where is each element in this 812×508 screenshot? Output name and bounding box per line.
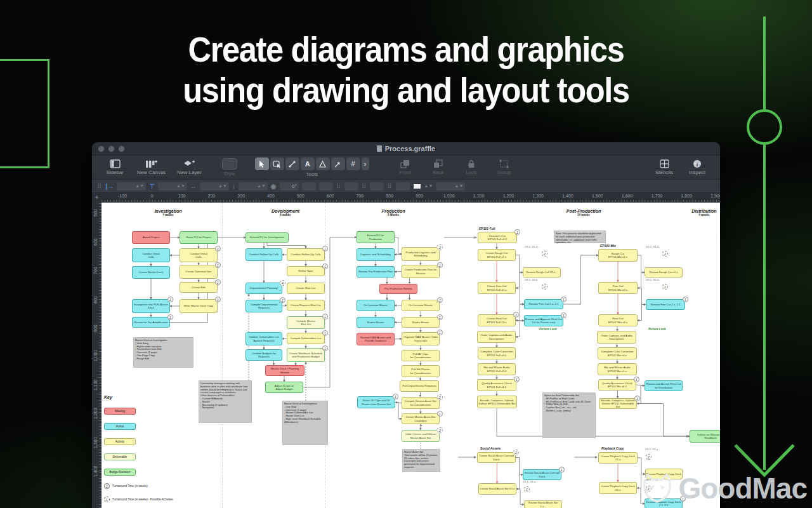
flow-node-action[interactable]: Review and Approve Final Cut 3.0 for Pic… bbox=[524, 315, 563, 326]
flow-node-action[interactable]: Review Fine Cut 2.x, 2.11 bbox=[646, 299, 685, 310]
flow-node-activity[interactable]: Order Captions and Audio Descriptions bbox=[597, 331, 636, 344]
flow-node-action[interactable]: Review Fine Cut 2.x, 2.11 bbox=[524, 299, 563, 309]
height-field[interactable]: ▲▼ bbox=[239, 182, 268, 190]
flow-node-activity[interactable]: Review Social Asset Set 1.x... bbox=[524, 500, 562, 508]
flow-node-meeting[interactable]: Award Project bbox=[132, 231, 170, 244]
flow-node-meeting[interactable]: Pre-Production Review bbox=[379, 284, 417, 294]
flow-node-activity[interactable]: Create Overview Doc1 bbox=[180, 265, 218, 279]
arrow-tool-button[interactable] bbox=[331, 157, 345, 170]
front-button[interactable]: Front bbox=[395, 159, 416, 175]
flow-node-activity[interactable]: Pull Hi5 Photos for Consideration bbox=[402, 365, 440, 377]
flow-node-activity[interactable]: Review Rough Cut v1.x bbox=[645, 267, 683, 277]
stepper-icon[interactable]: ▲▼ bbox=[218, 184, 227, 188]
flow-node-activity[interactable]: Create Social Asset Concept Deck2 bbox=[477, 452, 516, 463]
style-button[interactable]: Style bbox=[219, 158, 240, 177]
flow-node-activity[interactable]: Pull AV Clips for Consideration bbox=[402, 350, 440, 361]
opacity-field[interactable]: ▲▼ bbox=[436, 182, 465, 190]
flow-node-note[interactable]: Master Asset Set Total assets will be 20… bbox=[402, 449, 440, 472]
flow-node-activity[interactable]: Studio Shoots1 bbox=[402, 317, 440, 328]
y-position-field[interactable]: ▲▼ bbox=[158, 182, 187, 190]
drag-handle-icon[interactable]: ⠿ bbox=[362, 183, 367, 190]
flow-node-activity[interactable]: Final Cut EP101 Mix v3.x bbox=[598, 314, 638, 326]
flow-node-activity[interactable]: Quality Assurance Check EP101 Full v6.01 bbox=[477, 379, 516, 391]
flow-node-activity[interactable]: Create Playback Copy Deck V1.x bbox=[598, 452, 638, 464]
flow-node-action[interactable]: Studio Shoots bbox=[357, 317, 395, 328]
flow-node-action[interactable]: Conduct Initial Calls bbox=[132, 248, 170, 262]
flow-node-action[interactable]: Logistics and Scheduling bbox=[357, 248, 395, 261]
text-tool-button[interactable]: A bbox=[301, 157, 315, 170]
flow-node-activity[interactable]: On-Location Shoots1 bbox=[402, 300, 440, 311]
flow-node-deliverable[interactable]: Color Correct and Deliver Master Asset S… bbox=[402, 430, 440, 442]
flow-node-action[interactable]: Review for Tax Amplification1 bbox=[132, 317, 170, 328]
more-tools-button[interactable]: › bbox=[362, 157, 369, 170]
flow-node-decision[interactable]: Deliver on Sharepoint Handbook bbox=[690, 430, 720, 443]
flip-vertical-button[interactable] bbox=[319, 182, 333, 190]
flow-node-activity[interactable]: Refine Spec1 bbox=[287, 266, 325, 276]
stencils-button[interactable]: Stencils bbox=[653, 159, 675, 175]
new-layer-button[interactable]: New Layer bbox=[177, 159, 201, 175]
flow-node-activity[interactable]: Director's Cut EP101 Full v0.21 bbox=[478, 232, 517, 243]
flow-node-activity[interactable]: Pull Departmental Requests bbox=[400, 380, 439, 392]
flow-node-note[interactable]: Community managers working with business… bbox=[199, 380, 252, 423]
grid-tool-button[interactable]: # bbox=[346, 157, 360, 170]
fill-style-dropdown[interactable] bbox=[396, 182, 410, 190]
flow-node-action[interactable]: Incorporate into PLN Master Deck1 bbox=[132, 299, 170, 313]
flow-node-activity[interactable]: Create Rough Cut EP101 Full v1.x bbox=[478, 249, 516, 261]
fill-color-well[interactable] bbox=[413, 184, 421, 189]
stepper-icon[interactable]: ▲▼ bbox=[257, 184, 266, 188]
back-button[interactable]: Back bbox=[428, 159, 449, 175]
flow-node-activity[interactable]: Create Social Asset Set V1.x bbox=[478, 483, 516, 495]
group-button[interactable]: Group bbox=[494, 159, 515, 175]
flow-node-activity[interactable]: Create Master Asset Set Catalogue1 bbox=[402, 413, 440, 424]
stepper-icon[interactable]: ▲▼ bbox=[424, 184, 433, 188]
flow-node-action[interactable]: Departmental Planning!4 bbox=[246, 283, 282, 294]
flow-node-action[interactable]: Review Social Asset Concept Deck1 bbox=[523, 469, 561, 480]
flow-node-activity[interactable]: Conduct Initial Calls1 bbox=[180, 248, 218, 262]
flow-node-activity[interactable]: Production Logistics and Scheduling2 bbox=[402, 247, 440, 261]
flow-node-activity[interactable]: Conduct Follow Up Calls1 bbox=[287, 248, 325, 261]
stepper-icon[interactable]: ▲▼ bbox=[176, 184, 185, 188]
flow-node-activity[interactable]: Organize RAW Assets Order Transcripts1 bbox=[402, 332, 440, 345]
lock-button[interactable]: Lock bbox=[461, 159, 482, 175]
flow-node-activity[interactable]: Create Request Shot List bbox=[287, 300, 325, 311]
flow-node-meeting[interactable]: Review RAW Assets and Provide Guidance bbox=[357, 333, 395, 345]
flow-node-decision[interactable]: Extend PO for Production bbox=[357, 231, 395, 243]
flow-node-activity[interactable]: Create Playback Copy Deck V2.x bbox=[599, 482, 637, 494]
inspect-button[interactable]: i Inspect bbox=[686, 159, 708, 175]
shape-tool-button[interactable] bbox=[270, 157, 284, 170]
flow-node-action[interactable]: Validate Deliverables List Against Reque… bbox=[246, 332, 282, 345]
flow-node-activity[interactable]: Encode, Compress, Upload, Deliver EP101 … bbox=[599, 398, 637, 409]
flow-node-activity[interactable]: Fine Cut EP101 Mix v2.x bbox=[598, 282, 638, 294]
new-canvas-button[interactable]: New Canvas bbox=[137, 159, 166, 175]
flow-node-action[interactable]: Review and Accept Final Cut for Distribu… bbox=[645, 380, 683, 391]
flow-node-note[interactable]: Master Deck at Development - One Stop - … bbox=[282, 401, 328, 445]
flow-node-note[interactable]: Note: This process should be duplicated … bbox=[554, 231, 606, 243]
flow-node-activity[interactable]: Create Edit1 bbox=[180, 282, 218, 293]
flow-node-decision[interactable]: Raise PO for Project bbox=[180, 231, 218, 244]
flow-node-activity[interactable]: Create Production Plan for Review1 bbox=[402, 265, 440, 278]
flow-node-note[interactable]: Specs for Final Deliverable Set - 4K Pro… bbox=[542, 392, 596, 438]
sidebar-button[interactable]: Sidebar bbox=[104, 159, 126, 175]
flow-node-activity[interactable]: Quality Assurance Check EP101 Mix v6.01 bbox=[598, 379, 636, 391]
flow-node-activity[interactable]: Create Final Cut EP101 Full V3.x1 bbox=[478, 314, 516, 326]
flow-node-activity[interactable]: Write Master Deck Copy1 bbox=[180, 299, 218, 313]
flow-node-action[interactable]: Select 20 Clips and 50 Photos from Revie… bbox=[357, 396, 395, 408]
rotation-field[interactable]: 0° bbox=[280, 182, 299, 190]
flow-node-activity[interactable]: Complete Color Correction EP101 Mix v4.x bbox=[598, 347, 637, 359]
drag-handle-icon[interactable]: ⠿ bbox=[387, 183, 392, 190]
flow-node-action[interactable]: Create Master Deck bbox=[132, 266, 170, 279]
flow-node-activity[interactable]: Encode, Compress, Upload, Deliver EP101 … bbox=[477, 396, 517, 408]
flow-node-note[interactable]: Master Deck at Investigation - Verb Stor… bbox=[133, 337, 193, 368]
pen-tool-button[interactable] bbox=[316, 157, 330, 170]
flow-node-meeting[interactable]: Master Deck / Planning Review bbox=[265, 365, 304, 376]
flow-node-action[interactable]: Confirm Budgets for Requests bbox=[246, 349, 282, 361]
flow-node-activity[interactable]: Mix and Master Audio EP101 Mix v5.x bbox=[598, 363, 637, 375]
flow-node-activity[interactable]: Compile Deliverables List1 bbox=[287, 333, 325, 344]
flow-node-decision[interactable]: Extend PO for Development bbox=[246, 232, 289, 243]
flow-node-activity[interactable]: Create Shot List bbox=[287, 283, 325, 294]
flow-node-decision[interactable]: Adjust Scope or Adjust Budget bbox=[265, 382, 303, 393]
width-field[interactable]: ▲▼ bbox=[200, 182, 229, 190]
flow-node-action[interactable]: Review Pre-Production Plan bbox=[357, 266, 395, 277]
flow-node-deliverable[interactable]: Create Workback Schedule and Production … bbox=[287, 348, 325, 362]
drag-handle-icon[interactable]: ⠿ bbox=[97, 183, 102, 190]
